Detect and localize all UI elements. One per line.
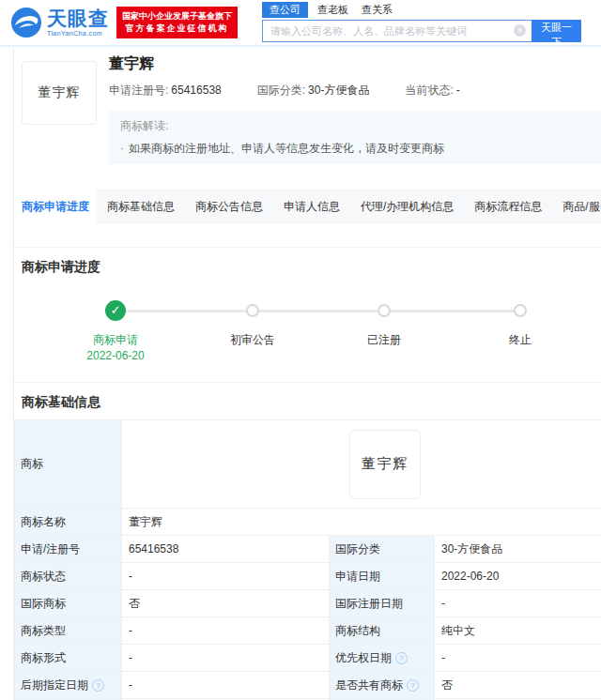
- row-label: 申请/注册号: [15, 536, 122, 563]
- trademark-info-item: 国际分类:30-方便食品: [257, 83, 370, 99]
- cell-label-text: 商标状态: [21, 570, 66, 583]
- row-label: 国际商标: [15, 590, 122, 617]
- content-tab[interactable]: 申请人信息: [273, 189, 350, 224]
- search-input[interactable]: [262, 20, 532, 42]
- row-value: -: [435, 645, 601, 672]
- info-label: 国际分类:: [257, 84, 305, 97]
- row-label: 商标结构: [330, 617, 435, 645]
- step-done-check-icon: ✓: [105, 300, 126, 321]
- content-tab[interactable]: 代理/办理机构信息: [350, 189, 464, 224]
- cell-label-text: 是否共有商标: [335, 678, 403, 692]
- row-value: -: [122, 563, 330, 590]
- table-row: 后期指定日期?-是否共有商标?否: [15, 672, 601, 699]
- trademark-note-box: 商标解读: ·如果商标的注册地址、申请人等信息发生变化，请及时变更商标: [109, 111, 601, 164]
- step-date: 2022-06-20: [59, 349, 172, 362]
- certification-badge: 国家中小企业发展子基金旗下 官方备案企业征信机构: [116, 7, 238, 38]
- cell-label-text: 后期指定日期: [21, 678, 88, 692]
- trademark-detail-card: 董宇辉 董宇辉 申请注册号:65416538国际分类:30-方便食品当前状态:-…: [13, 47, 601, 700]
- search-tab[interactable]: 查老板: [317, 2, 348, 18]
- cell-label-text: 国际分类: [335, 542, 380, 555]
- search-area: 查公司查老板查关系 × 天眼一下: [262, 3, 581, 42]
- cell-value-text: 否: [129, 597, 140, 610]
- cell-value-text: 2022-06-20: [441, 570, 499, 583]
- row-label: 商标: [15, 420, 122, 509]
- stepper-line: [116, 310, 520, 312]
- trademark-info-item: 当前状态:-: [405, 83, 459, 99]
- tianyancha-logo[interactable]: 天眼查 TianYanCha.com: [9, 6, 109, 39]
- row-label: 商标名称: [15, 509, 122, 536]
- table-row: 商标类型-商标结构纯中文: [15, 617, 601, 645]
- table-row: 商标 董宇辉: [15, 420, 601, 509]
- content-tab[interactable]: 商标申请进度: [14, 189, 97, 224]
- row-label: 国际分类: [330, 536, 435, 563]
- trademark-info-item: 申请注册号:65416538: [109, 83, 222, 99]
- trademark-info-row: 申请注册号:65416538国际分类:30-方便食品当前状态:-: [109, 83, 601, 99]
- trademark-thumbnail-text: 董宇辉: [39, 84, 81, 101]
- search-tab[interactable]: 查关系: [362, 2, 393, 18]
- table-row: 申请/注册号65416538国际分类30-方便食品: [15, 536, 601, 563]
- row-label: 后期指定日期?: [15, 672, 122, 699]
- badge-line1: 国家中小企业发展子基金旗下: [122, 10, 232, 23]
- info-value: 30-方便食品: [308, 84, 369, 97]
- cell-value-text: 65416538: [129, 542, 178, 555]
- cell-value-text: -: [441, 597, 445, 610]
- trademark-image-text: 董宇辉: [362, 455, 409, 473]
- row-label: 优先权日期?: [330, 645, 435, 672]
- cell-label-text: 国际注册日期: [335, 597, 403, 610]
- badge-line2: 官方备案企业征信机构: [122, 23, 232, 35]
- info-label: 当前状态:: [405, 84, 453, 97]
- site-header: 天眼查 TianYanCha.com 国家中小企业发展子基金旗下 官方备案企业征…: [0, 0, 601, 47]
- row-value: 30-方便食品: [435, 536, 601, 563]
- row-label: 申请日期: [330, 563, 435, 590]
- content-tab[interactable]: 商标公告信息: [185, 189, 273, 224]
- note-title: 商标解读:: [120, 118, 591, 134]
- row-value: -: [122, 617, 330, 645]
- row-value: 纯中文: [435, 617, 601, 645]
- step-pending-circle-icon: [514, 304, 527, 317]
- note-text: 如果商标的注册地址、申请人等信息发生变化，请及时变更商标: [129, 142, 444, 155]
- content-tab[interactable]: 商标基础信息: [97, 189, 185, 224]
- note-line: ·如果商标的注册地址、申请人等信息发生变化，请及时变更商标: [120, 141, 591, 157]
- help-icon[interactable]: ?: [407, 679, 419, 692]
- step-pending-circle-icon: [378, 304, 391, 317]
- cell-value-text: -: [129, 624, 132, 637]
- cell-value-text: 30-方便食品: [441, 542, 502, 555]
- trademark-header: 董宇辉 董宇辉 申请注册号:65416538国际分类:30-方便食品当前状态:-…: [14, 47, 601, 189]
- row-label: 商标状态: [15, 563, 122, 590]
- step-label: 已注册: [328, 332, 440, 348]
- step-label: 商标申请: [59, 332, 172, 348]
- row-value: 65416538: [122, 536, 330, 563]
- search-button[interactable]: 天眼一下: [532, 20, 581, 42]
- row-value: -: [122, 672, 330, 699]
- search-tab[interactable]: 查公司: [262, 2, 308, 18]
- row-label: 国际注册日期: [330, 590, 435, 617]
- content-tab[interactable]: 商标流程信息: [464, 189, 552, 224]
- row-value: 董宇辉: [122, 420, 601, 509]
- logo-domain: TianYanCha.com: [47, 30, 109, 37]
- tianyancha-logo-icon: [9, 6, 43, 39]
- cell-label-text: 国际商标: [21, 597, 66, 610]
- cell-label-text: 申请/注册号: [21, 542, 80, 555]
- row-value: -: [435, 590, 601, 617]
- cell-label-text: 商标类型: [21, 624, 66, 637]
- clear-icon[interactable]: ×: [514, 24, 526, 37]
- cell-value-text: 否: [441, 678, 453, 692]
- logo-title: 天眼查: [47, 8, 109, 28]
- help-icon[interactable]: ?: [395, 652, 408, 664]
- cell-value-text: -: [129, 678, 132, 692]
- cell-value-text: -: [441, 651, 445, 664]
- cell-label-text: 商标结构: [335, 624, 380, 637]
- cell-label-text: 商标形式: [21, 651, 66, 664]
- step-pending-circle-icon: [246, 304, 259, 317]
- progress-heading: 商标申请进度: [14, 248, 601, 273]
- bullet-icon: ·: [120, 142, 124, 155]
- help-icon[interactable]: ?: [92, 679, 104, 692]
- cell-value-text: -: [129, 570, 132, 583]
- trademark-thumbnail[interactable]: 董宇辉: [22, 61, 97, 125]
- step-label: 终止: [464, 332, 577, 348]
- info-value: 65416538: [171, 84, 221, 97]
- basic-info-table: 商标 董宇辉 商标名称 董宇辉 申请/注册号65416538国际分类30-方便食…: [14, 419, 601, 700]
- content-tab[interactable]: 商品/服务项目: [552, 189, 601, 224]
- trademark-image[interactable]: 董宇辉: [349, 430, 421, 499]
- row-value: -: [122, 645, 330, 672]
